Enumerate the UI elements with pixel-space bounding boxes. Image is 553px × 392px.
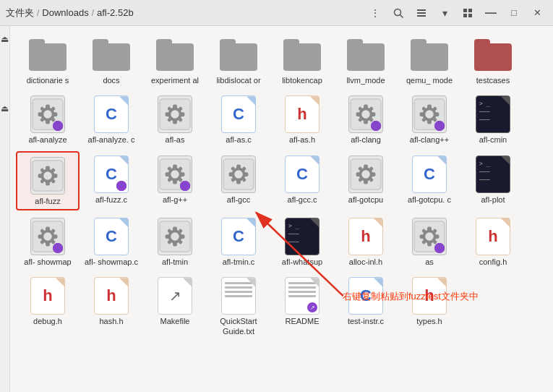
file-item-afl-plot[interactable]: > _ ─── ───afl-plot — [461, 151, 525, 210]
file-item-afl-gcc[interactable]: afl-gcc — [207, 151, 270, 210]
file-item-afl-tmin[interactable]: afl-tmin — [143, 213, 207, 270]
svg-rect-40 — [435, 112, 440, 116]
file-icon-afl-plot: > _ ─── ─── — [474, 155, 512, 193]
search-button[interactable] — [388, 3, 408, 23]
svg-rect-83 — [46, 242, 50, 247]
file-label-libtokencap: libtokencap — [282, 75, 322, 85]
file-label-afl-fuzz: afl-fuzz — [35, 196, 60, 206]
file-label-afl-showmap: afl- showmap — [24, 257, 71, 267]
svg-rect-39 — [420, 112, 424, 116]
file-icon-hash.h: h — [93, 277, 130, 315]
svg-rect-8 — [468, 14, 472, 17]
file-item-afl-gcc.c[interactable]: Cafl-gcc.c — [270, 151, 334, 210]
file-grid-container[interactable]: dictionarie sdocsexperiment allibdisloca… — [10, 26, 553, 392]
file-item-Makefile[interactable]: ↗Makefile — [143, 273, 207, 340]
file-item-test-instr.c[interactable]: Ctest-instr.c — [334, 273, 398, 340]
file-label-afl-as.h: afl-as.h — [289, 135, 315, 145]
breadcrumb-downloads[interactable]: Downloads — [42, 7, 88, 18]
file-item-afl-as.c[interactable]: Cafl-as.c — [207, 91, 270, 148]
file-label-dictionaries: dictionarie s — [27, 75, 69, 85]
file-item-afl-fuzz[interactable]: afl-fuzz — [16, 151, 80, 210]
svg-rect-22 — [181, 112, 185, 116]
file-icon-afl-gcc.c: C — [283, 155, 321, 193]
file-item-qemu_mode[interactable]: qemu_ mode — [398, 32, 461, 88]
file-item-config.h[interactable]: hconfig.h — [461, 213, 525, 270]
file-label-README: README — [285, 316, 319, 326]
svg-rect-49 — [53, 174, 58, 178]
file-icon-types.h: h — [411, 277, 448, 315]
file-label-as: as — [425, 257, 434, 267]
file-item-afl-g++[interactable]: afl-g++ — [143, 151, 207, 210]
file-label-llvm_mode: llvm_mode — [346, 75, 385, 85]
file-item-QuickStart[interactable]: QuickStart Guide.txt — [207, 273, 270, 340]
file-icon-config.h: h — [474, 218, 512, 255]
file-item-experimental[interactable]: experiment al — [143, 32, 207, 88]
file-item-alloc-inl.h[interactable]: halloc-inl.h — [334, 213, 398, 270]
titlebar-actions: ⋮ ▾ — □ ✕ — [365, 3, 547, 23]
svg-rect-93 — [166, 234, 170, 239]
file-item-afl-as[interactable]: afl-as — [143, 91, 207, 148]
file-item-afl-fuzz.c[interactable]: Cafl-fuzz.c — [80, 151, 143, 210]
svg-line-1 — [400, 14, 403, 17]
maximize-button[interactable]: □ — [504, 3, 524, 23]
svg-rect-29 — [364, 120, 368, 124]
svg-rect-74 — [364, 179, 368, 184]
svg-rect-94 — [181, 234, 185, 239]
file-item-afl-as.h[interactable]: hafl-as.h — [270, 91, 334, 148]
svg-rect-91 — [173, 226, 177, 231]
file-item-afl-showmap.c[interactable]: Cafl- showmap.c — [80, 213, 143, 270]
svg-rect-28 — [364, 105, 368, 109]
file-item-README[interactable]: README — [270, 273, 334, 340]
file-item-afl-showmap[interactable]: afl- showmap — [16, 213, 80, 270]
file-label-hash.h: hash.h — [99, 316, 123, 326]
minimize-button[interactable]: — — [481, 3, 501, 23]
file-icon-testcases — [474, 36, 512, 74]
svg-rect-55 — [173, 164, 177, 169]
file-item-afl-whatsup[interactable]: > _ ─── ───afl-whatsup — [270, 213, 334, 270]
file-icon-test-instr.c: C — [347, 277, 385, 315]
file-icon-afl-clang — [347, 95, 385, 133]
list-view-button[interactable] — [411, 3, 432, 23]
file-item-docs[interactable]: docs — [80, 32, 143, 88]
breadcrumb-root[interactable]: 文件夹 — [6, 7, 34, 20]
file-item-dictionaries[interactable]: dictionarie s — [16, 32, 80, 88]
file-item-afl-clang++[interactable]: afl-clang++ — [398, 91, 461, 148]
file-item-libtokencap[interactable]: libtokencap — [270, 32, 334, 88]
file-item-afl-gotcpu.c[interactable]: Cafl-gotcpu. c — [398, 151, 461, 210]
svg-rect-46 — [46, 166, 50, 170]
file-label-types.h: types.h — [416, 316, 442, 326]
close-button[interactable]: ✕ — [527, 3, 547, 23]
grid-view-button[interactable] — [458, 3, 478, 23]
file-item-debug.h[interactable]: hdebug.h — [16, 273, 80, 340]
file-label-debug.h: debug.h — [33, 316, 62, 326]
svg-rect-27 — [351, 99, 381, 129]
svg-rect-58 — [181, 172, 185, 176]
file-item-as[interactable]: as — [398, 213, 461, 270]
file-icon-qemu_mode — [411, 36, 448, 74]
file-icon-afl-as — [156, 95, 194, 133]
file-item-afl-tmin.c[interactable]: Cafl-tmin.c — [207, 213, 270, 270]
view-toggle-button[interactable]: ▾ — [434, 3, 455, 23]
file-item-afl-cmin[interactable]: > _ ─── ───afl-cmin — [461, 91, 525, 148]
file-label-afl-gcc: afl-gcc — [227, 195, 250, 205]
file-icon-QuickStart — [220, 277, 257, 315]
file-icon-afl-cmin: > _ ─── ─── — [474, 95, 512, 133]
file-icon-llvm_mode — [347, 36, 385, 74]
svg-rect-9 — [33, 99, 63, 129]
file-item-types.h[interactable]: htypes.h — [398, 273, 461, 340]
menu-button[interactable]: ⋮ — [365, 3, 385, 23]
file-item-libdislocator[interactable]: libdislocat or — [207, 32, 270, 88]
svg-rect-5 — [463, 9, 467, 12]
file-item-afl-clang[interactable]: afl-clang — [334, 91, 398, 148]
file-label-afl-gotcpu: afl-gotcpu — [348, 195, 383, 205]
file-item-testcases[interactable]: testcases — [461, 32, 525, 88]
file-item-afl-analyze[interactable]: afl-analyze — [16, 91, 80, 148]
file-item-hash.h[interactable]: hhash.h — [80, 273, 143, 340]
file-icon-README — [283, 277, 321, 315]
file-item-afl-analyze.c[interactable]: Cafl-analyze. c — [80, 91, 143, 148]
file-item-afl-gotcpu[interactable]: afl-gotcpu — [334, 151, 398, 210]
file-icon-dictionaries — [29, 36, 67, 74]
svg-rect-76 — [372, 172, 376, 176]
svg-rect-64 — [236, 164, 241, 169]
file-item-llvm_mode[interactable]: llvm_mode — [334, 32, 398, 88]
